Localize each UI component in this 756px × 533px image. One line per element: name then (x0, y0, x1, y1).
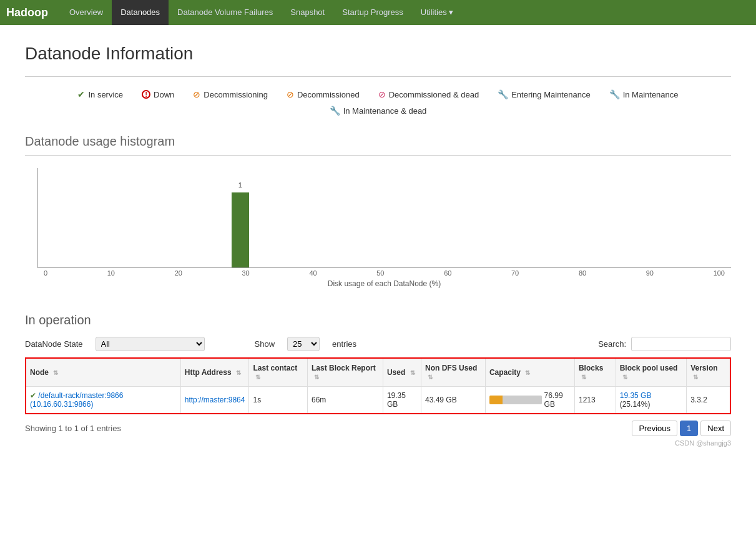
cell-non-dfs-used: 43.49 GB (421, 387, 486, 414)
nav-overview[interactable]: Overview (61, 0, 112, 25)
navbar-brand: Hadoop (6, 6, 48, 19)
histogram-title: Datanode usage histogram (25, 134, 731, 149)
nav-datanode-volume-failures[interactable]: Datanode Volume Failures (169, 0, 282, 25)
cell-last-block-report: 66m (308, 387, 383, 414)
block-pool-used-value: 19.35 GB (620, 391, 652, 400)
cell-http-address: http://master:9864 (180, 387, 249, 414)
col-last-contact-label: Last contact (253, 364, 297, 372)
state-select[interactable]: All In Service Down Decommissioning Deco… (96, 337, 205, 351)
col-version-label: Version (690, 364, 717, 372)
down-label: Down (154, 90, 174, 99)
legend-in-maintenance: 🔧 In Maintenance (609, 89, 679, 99)
watermark: CSDN @shangjg3 (25, 439, 731, 447)
nav-datanodes[interactable]: Datanodes (112, 0, 169, 25)
col-blocks[interactable]: Blocks ⇅ (574, 358, 616, 387)
col-http-address[interactable]: Http Address ⇅ (180, 358, 249, 387)
node-status-icon: ✔ (30, 391, 36, 400)
cell-last-contact: 1s (249, 387, 308, 414)
navbar: Hadoop Overview Datanodes Datanode Volum… (0, 0, 756, 25)
col-blocks-label: Blocks (579, 364, 603, 372)
histogram-bar-group: 1 (232, 192, 249, 267)
col-node-sort: ⇅ (53, 369, 58, 376)
legend-decommissioning: ⊘ Decommissioning (193, 89, 268, 99)
x-label-90: 90 (646, 269, 654, 277)
show-label: Show (255, 339, 275, 349)
nav-snapshot[interactable]: Snapshot (282, 0, 333, 25)
block-pool-used-pct: (25.14%) (620, 400, 650, 409)
decommissioned-icon: ⊘ (287, 89, 294, 99)
in-service-label: In service (88, 90, 123, 99)
nav-utilities[interactable]: Utilities (412, 0, 463, 25)
page-title: Datanode Information (25, 44, 731, 64)
col-used-label: Used (387, 368, 405, 377)
down-icon: ! (142, 90, 150, 99)
cell-capacity: 76.99 GB (485, 387, 574, 414)
col-block-pool-used[interactable]: Block pool used ⇅ (616, 358, 686, 387)
show-select[interactable]: 10 25 50 100 (287, 337, 320, 351)
operation-title: In operation (25, 313, 731, 327)
col-used[interactable]: Used ⇅ (383, 358, 421, 387)
previous-button[interactable]: Previous (632, 421, 677, 436)
col-node[interactable]: Node ⇅ (26, 358, 180, 387)
datanodes-table: Node ⇅ Http Address ⇅ Last contact ⇅ Las… (25, 357, 731, 414)
capacity-bar-remaining (503, 396, 542, 404)
col-used-sort: ⇅ (410, 369, 415, 376)
col-last-contact[interactable]: Last contact ⇅ (249, 358, 308, 387)
decommissioning-label: Decommissioning (204, 90, 268, 99)
legend-down: ! Down (142, 89, 174, 99)
table-controls: DataNode State All In Service Down Decom… (25, 337, 731, 351)
col-capacity[interactable]: Capacity ⇅ (485, 358, 574, 387)
legend: ✔ In service ! Down ⊘ Decommissioning ⊘ … (25, 89, 731, 116)
x-label-80: 80 (579, 269, 586, 277)
col-non-dfs-label: Non DFS Used (425, 364, 477, 372)
col-node-label: Node (30, 368, 49, 377)
cell-version: 3.3.2 (687, 387, 730, 414)
histogram-bar-value: 1 (238, 181, 242, 189)
in-maintenance-dead-icon: 🔧 (330, 106, 340, 116)
capacity-value: 76.99 GB (544, 391, 571, 409)
x-label-70: 70 (511, 269, 519, 277)
nav-startup-progress[interactable]: Startup Progress (333, 0, 412, 25)
cell-used: 19.35 GB (383, 387, 421, 414)
histogram-divider (25, 155, 731, 156)
col-version-sort: ⇅ (693, 374, 698, 381)
node-link[interactable]: /default-rack/master:9866 (10.16.60.31:9… (30, 391, 123, 409)
next-button[interactable]: Next (700, 421, 731, 436)
cell-blocks: 1213 (574, 387, 616, 414)
col-http-sort: ⇅ (236, 369, 241, 376)
capacity-bar: 76.99 GB (489, 391, 571, 409)
decommissioned-label: Decommissioned (297, 90, 360, 99)
capacity-bar-used (489, 396, 503, 404)
col-last-block-report[interactable]: Last Block Report ⇅ (308, 358, 383, 387)
col-last-block-report-sort: ⇅ (314, 374, 319, 381)
histogram-x-labels: 0 10 20 30 40 50 60 70 80 90 100 (37, 268, 731, 277)
col-non-dfs-used[interactable]: Non DFS Used ⇅ (421, 358, 486, 387)
legend-in-service: ✔ In service (77, 89, 123, 99)
x-label-100: 100 (714, 269, 725, 277)
col-version[interactable]: Version ⇅ (687, 358, 730, 387)
search-input[interactable] (631, 337, 731, 351)
search-label: Search: (598, 339, 626, 349)
showing-text: Showing 1 to 1 of 1 entries (25, 424, 121, 433)
title-divider (25, 76, 731, 77)
http-address-link[interactable]: http://master:9864 (185, 396, 245, 404)
col-blocks-sort: ⇅ (581, 374, 586, 381)
x-label-60: 60 (444, 269, 451, 277)
state-label: DataNode State (25, 339, 83, 349)
legend-entering-maintenance: 🔧 Entering Maintenance (498, 89, 590, 99)
x-label-50: 50 (376, 269, 384, 277)
page-1-button[interactable]: 1 (680, 421, 698, 436)
table-row: ✔ /default-rack/master:9866 (10.16.60.31… (26, 387, 730, 414)
col-capacity-label: Capacity (489, 368, 521, 377)
pagination: Previous 1 Next (632, 421, 731, 436)
capacity-bar-outer (489, 396, 542, 404)
legend-decommissioned: ⊘ Decommissioned (287, 89, 360, 99)
operation-section: In operation DataNode State All In Servi… (25, 313, 731, 436)
search-area: Search: (598, 337, 731, 351)
histogram-x-axis-title: Disk usage of each DataNode (%) (37, 279, 731, 288)
x-label-0: 0 (44, 269, 47, 277)
x-label-20: 20 (175, 269, 182, 277)
cell-block-pool-used: 19.35 GB (25.14%) (616, 387, 686, 414)
entering-maintenance-label: Entering Maintenance (511, 90, 590, 99)
col-last-contact-sort: ⇅ (255, 374, 260, 381)
